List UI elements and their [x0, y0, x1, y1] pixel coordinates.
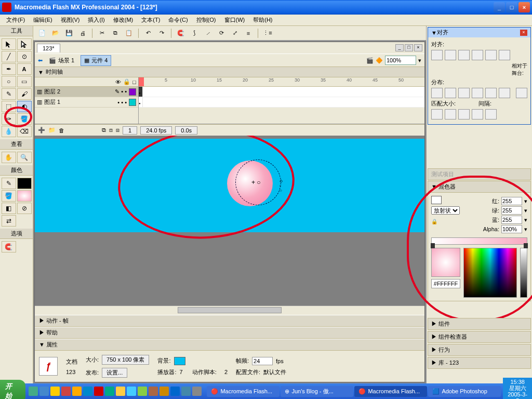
- ql-8[interactable]: [105, 387, 114, 396]
- lock-icon[interactable]: 🔒: [123, 78, 130, 85]
- dist-hcenter[interactable]: [485, 88, 497, 98]
- align-button[interactable]: ≡: [243, 28, 254, 39]
- rect-tool[interactable]: ▭: [17, 76, 32, 87]
- scene-chip[interactable]: 🎬 场景 1: [46, 56, 77, 65]
- maximize-button[interactable]: □: [506, 2, 517, 12]
- outline-icon[interactable]: □: [132, 79, 136, 85]
- task-4[interactable]: 🟦 Adobe Photoshop: [428, 386, 501, 397]
- ql-13[interactable]: [159, 387, 169, 396]
- doc-tab[interactable]: 123*: [37, 44, 60, 52]
- frames-layer-2[interactable]: [139, 87, 424, 97]
- menu-help[interactable]: 帮助(H): [249, 15, 276, 25]
- dist-left[interactable]: [472, 88, 483, 98]
- menu-control[interactable]: 控制(O): [192, 15, 220, 25]
- paste-button[interactable]: 📋: [123, 28, 135, 39]
- eraser-tool[interactable]: ⌫: [17, 126, 32, 137]
- doc-close[interactable]: ×: [414, 44, 422, 51]
- help-panel-header[interactable]: ▶ 帮助: [35, 327, 424, 339]
- components-header[interactable]: ▶ 组件: [428, 318, 531, 330]
- behaviors-header[interactable]: ▶ 行为: [428, 344, 531, 356]
- swap-button[interactable]: ⇄: [2, 215, 16, 227]
- ql-10[interactable]: [127, 387, 136, 396]
- menu-view[interactable]: 视图(V): [57, 15, 84, 25]
- oval-tool[interactable]: ○: [2, 76, 16, 87]
- new-button[interactable]: 📄: [36, 28, 48, 39]
- copy-button[interactable]: ⧉: [110, 28, 121, 39]
- layer-1[interactable]: ▥ 图层 1 • • •: [35, 97, 138, 108]
- align-left[interactable]: [431, 50, 443, 60]
- eye-icon[interactable]: 👁: [115, 79, 121, 85]
- back-button[interactable]: ⬅: [38, 57, 43, 64]
- hand-tool[interactable]: ✋: [2, 152, 16, 163]
- eyedropper-tool[interactable]: 💧: [2, 126, 16, 137]
- pencil-tool[interactable]: ✎: [2, 88, 16, 100]
- zoom-dropdown[interactable]: ▾: [418, 57, 421, 64]
- framerate-input[interactable]: [252, 357, 273, 365]
- stage[interactable]: + ○ ◇▫○: [35, 136, 424, 315]
- ql-3[interactable]: [50, 387, 60, 396]
- scale-button[interactable]: ⤢: [229, 28, 241, 39]
- rotate-button[interactable]: ⟳: [216, 28, 227, 39]
- menu-file[interactable]: 文件(F): [2, 15, 29, 25]
- smooth-button[interactable]: ⟆: [189, 28, 200, 39]
- minimize-button[interactable]: _: [494, 2, 505, 12]
- close-button[interactable]: ×: [518, 2, 530, 12]
- align-right[interactable]: [458, 50, 470, 60]
- dist-bottom[interactable]: [458, 88, 470, 98]
- debug-button[interactable]: ⋮≡: [262, 28, 273, 39]
- fill-color[interactable]: 🪣: [2, 190, 16, 202]
- align-top[interactable]: [472, 50, 483, 60]
- ql-5[interactable]: [72, 387, 82, 396]
- text-tool[interactable]: A: [17, 63, 32, 75]
- dist-vcenter[interactable]: [445, 88, 456, 98]
- delete-layer-button[interactable]: 🗑: [59, 127, 64, 134]
- frame-ruler[interactable]: 15101520253035404550: [139, 77, 424, 87]
- onion-outline-button[interactable]: ⧈: [109, 127, 113, 134]
- match-both[interactable]: [458, 109, 470, 119]
- ql-11[interactable]: [138, 387, 147, 396]
- task-2[interactable]: ⊕ Jun's Blog - 傲...: [281, 386, 353, 397]
- symbol-menu-icon[interactable]: 🔶: [376, 57, 383, 64]
- start-button[interactable]: 开始: [0, 380, 25, 399]
- timeline-header[interactable]: ▼时间轴: [35, 67, 424, 77]
- menu-edit[interactable]: 编辑(E): [29, 15, 57, 25]
- pen-tool[interactable]: ✒: [2, 63, 16, 75]
- ql-16[interactable]: [192, 387, 202, 396]
- add-guide-button[interactable]: 📁: [48, 127, 56, 134]
- doc-max[interactable]: □: [405, 44, 413, 51]
- selection-tool[interactable]: [2, 38, 16, 50]
- menu-commands[interactable]: 命令(C): [164, 15, 192, 25]
- match-height[interactable]: [445, 109, 456, 119]
- menu-window[interactable]: 窗口(W): [220, 15, 249, 25]
- publish-button[interactable]: 设置...: [102, 368, 127, 378]
- edit-multiple-button[interactable]: ⧇: [116, 127, 119, 134]
- align-hcenter[interactable]: [445, 50, 456, 60]
- ql-2[interactable]: [39, 387, 49, 396]
- zoom-tool[interactable]: 🔍: [17, 152, 32, 163]
- ql-4[interactable]: [61, 387, 71, 396]
- props-panel-header[interactable]: ▼ 属性: [35, 339, 424, 351]
- ql-9[interactable]: [116, 387, 125, 396]
- line-tool[interactable]: ╱: [2, 51, 16, 62]
- component-inspector-header[interactable]: ▶ 组件检查器: [428, 331, 531, 343]
- open-button[interactable]: 📂: [50, 28, 61, 39]
- subselect-tool[interactable]: [17, 38, 32, 50]
- frames-layer-1[interactable]: [139, 97, 424, 108]
- scene-menu-icon[interactable]: 🎬: [366, 57, 374, 64]
- system-tray[interactable]: 15:38 星期六 2005-3-5: [503, 378, 532, 399]
- lasso-tool[interactable]: ⊙: [17, 51, 32, 62]
- bg-swatch[interactable]: [174, 357, 185, 365]
- straighten-button[interactable]: ⟋: [202, 28, 214, 39]
- align-vcenter[interactable]: [485, 50, 497, 60]
- menu-insert[interactable]: 插入(I): [84, 15, 109, 25]
- nocolor-button[interactable]: ⊘: [17, 203, 32, 214]
- space-h[interactable]: [472, 109, 483, 119]
- add-layer-button[interactable]: ➕: [38, 127, 45, 134]
- layer-2[interactable]: ▥ 图层 2 ✎ • •: [35, 87, 138, 97]
- symbol-chip[interactable]: ▦ 元件 4: [81, 55, 111, 66]
- print-button[interactable]: 🖨: [77, 28, 88, 39]
- doc-min[interactable]: _: [395, 44, 404, 51]
- actions-panel-header[interactable]: ▶ 动作 - 帧: [35, 315, 424, 327]
- stroke-swatch[interactable]: [17, 178, 32, 189]
- h-scrollbar[interactable]: [35, 305, 424, 315]
